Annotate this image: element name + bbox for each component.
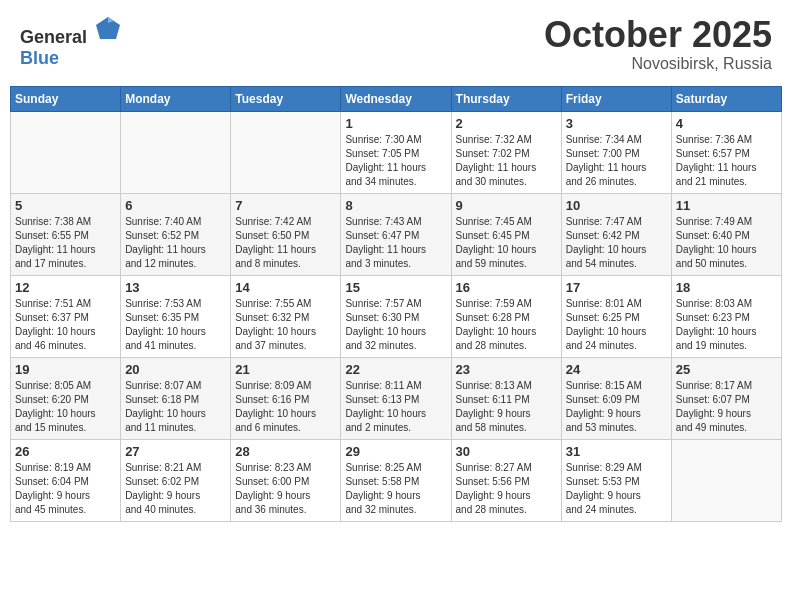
day-info: Sunrise: 7:53 AM Sunset: 6:35 PM Dayligh… [125,297,226,353]
calendar-cell: 20Sunrise: 8:07 AM Sunset: 6:18 PM Dayli… [121,357,231,439]
calendar-cell: 9Sunrise: 7:45 AM Sunset: 6:45 PM Daylig… [451,193,561,275]
weekday-header-thursday: Thursday [451,86,561,111]
calendar-cell: 30Sunrise: 8:27 AM Sunset: 5:56 PM Dayli… [451,439,561,521]
day-info: Sunrise: 7:32 AM Sunset: 7:02 PM Dayligh… [456,133,557,189]
calendar-cell: 28Sunrise: 8:23 AM Sunset: 6:00 PM Dayli… [231,439,341,521]
calendar-week-3: 12Sunrise: 7:51 AM Sunset: 6:37 PM Dayli… [11,275,782,357]
weekday-header-monday: Monday [121,86,231,111]
day-number: 24 [566,362,667,377]
calendar-cell: 17Sunrise: 8:01 AM Sunset: 6:25 PM Dayli… [561,275,671,357]
day-number: 9 [456,198,557,213]
calendar-cell: 23Sunrise: 8:13 AM Sunset: 6:11 PM Dayli… [451,357,561,439]
calendar-cell: 5Sunrise: 7:38 AM Sunset: 6:55 PM Daylig… [11,193,121,275]
day-info: Sunrise: 8:17 AM Sunset: 6:07 PM Dayligh… [676,379,777,435]
day-number: 23 [456,362,557,377]
calendar-cell: 27Sunrise: 8:21 AM Sunset: 6:02 PM Dayli… [121,439,231,521]
calendar-cell: 12Sunrise: 7:51 AM Sunset: 6:37 PM Dayli… [11,275,121,357]
calendar-cell: 3Sunrise: 7:34 AM Sunset: 7:00 PM Daylig… [561,111,671,193]
calendar-week-5: 26Sunrise: 8:19 AM Sunset: 6:04 PM Dayli… [11,439,782,521]
day-info: Sunrise: 7:55 AM Sunset: 6:32 PM Dayligh… [235,297,336,353]
day-info: Sunrise: 7:40 AM Sunset: 6:52 PM Dayligh… [125,215,226,271]
calendar-cell: 18Sunrise: 8:03 AM Sunset: 6:23 PM Dayli… [671,275,781,357]
page-header: General Blue October 2025 Novosibirsk, R… [10,10,782,78]
day-info: Sunrise: 8:03 AM Sunset: 6:23 PM Dayligh… [676,297,777,353]
calendar-cell [671,439,781,521]
calendar-cell: 6Sunrise: 7:40 AM Sunset: 6:52 PM Daylig… [121,193,231,275]
logo: General Blue [20,15,122,69]
calendar-cell: 16Sunrise: 7:59 AM Sunset: 6:28 PM Dayli… [451,275,561,357]
calendar-table: SundayMondayTuesdayWednesdayThursdayFrid… [10,86,782,522]
calendar-cell: 24Sunrise: 8:15 AM Sunset: 6:09 PM Dayli… [561,357,671,439]
day-number: 27 [125,444,226,459]
day-info: Sunrise: 7:51 AM Sunset: 6:37 PM Dayligh… [15,297,116,353]
day-number: 21 [235,362,336,377]
day-info: Sunrise: 8:13 AM Sunset: 6:11 PM Dayligh… [456,379,557,435]
day-info: Sunrise: 7:38 AM Sunset: 6:55 PM Dayligh… [15,215,116,271]
day-number: 6 [125,198,226,213]
calendar-cell: 13Sunrise: 7:53 AM Sunset: 6:35 PM Dayli… [121,275,231,357]
logo-general: General [20,27,87,47]
day-info: Sunrise: 8:21 AM Sunset: 6:02 PM Dayligh… [125,461,226,517]
calendar-cell: 19Sunrise: 8:05 AM Sunset: 6:20 PM Dayli… [11,357,121,439]
day-info: Sunrise: 8:15 AM Sunset: 6:09 PM Dayligh… [566,379,667,435]
day-number: 18 [676,280,777,295]
calendar-cell: 14Sunrise: 7:55 AM Sunset: 6:32 PM Dayli… [231,275,341,357]
day-info: Sunrise: 7:30 AM Sunset: 7:05 PM Dayligh… [345,133,446,189]
calendar-cell [11,111,121,193]
location-title: Novosibirsk, Russia [544,55,772,73]
weekday-header-row: SundayMondayTuesdayWednesdayThursdayFrid… [11,86,782,111]
day-number: 17 [566,280,667,295]
day-number: 22 [345,362,446,377]
day-number: 8 [345,198,446,213]
day-info: Sunrise: 7:47 AM Sunset: 6:42 PM Dayligh… [566,215,667,271]
calendar-cell: 31Sunrise: 8:29 AM Sunset: 5:53 PM Dayli… [561,439,671,521]
day-number: 2 [456,116,557,131]
month-title: October 2025 [544,15,772,55]
day-info: Sunrise: 8:09 AM Sunset: 6:16 PM Dayligh… [235,379,336,435]
day-info: Sunrise: 7:49 AM Sunset: 6:40 PM Dayligh… [676,215,777,271]
calendar-cell: 21Sunrise: 8:09 AM Sunset: 6:16 PM Dayli… [231,357,341,439]
weekday-header-friday: Friday [561,86,671,111]
day-info: Sunrise: 7:59 AM Sunset: 6:28 PM Dayligh… [456,297,557,353]
day-number: 29 [345,444,446,459]
day-info: Sunrise: 8:25 AM Sunset: 5:58 PM Dayligh… [345,461,446,517]
calendar-cell: 7Sunrise: 7:42 AM Sunset: 6:50 PM Daylig… [231,193,341,275]
day-number: 12 [15,280,116,295]
weekday-header-sunday: Sunday [11,86,121,111]
calendar-cell: 10Sunrise: 7:47 AM Sunset: 6:42 PM Dayli… [561,193,671,275]
day-info: Sunrise: 7:36 AM Sunset: 6:57 PM Dayligh… [676,133,777,189]
day-number: 28 [235,444,336,459]
day-info: Sunrise: 8:05 AM Sunset: 6:20 PM Dayligh… [15,379,116,435]
weekday-header-saturday: Saturday [671,86,781,111]
day-info: Sunrise: 7:34 AM Sunset: 7:00 PM Dayligh… [566,133,667,189]
logo-text: General Blue [20,15,122,69]
calendar-cell [121,111,231,193]
day-info: Sunrise: 7:57 AM Sunset: 6:30 PM Dayligh… [345,297,446,353]
logo-blue: Blue [20,48,59,68]
day-info: Sunrise: 7:43 AM Sunset: 6:47 PM Dayligh… [345,215,446,271]
day-info: Sunrise: 7:42 AM Sunset: 6:50 PM Dayligh… [235,215,336,271]
day-info: Sunrise: 7:45 AM Sunset: 6:45 PM Dayligh… [456,215,557,271]
calendar-cell: 15Sunrise: 7:57 AM Sunset: 6:30 PM Dayli… [341,275,451,357]
calendar-week-4: 19Sunrise: 8:05 AM Sunset: 6:20 PM Dayli… [11,357,782,439]
day-number: 4 [676,116,777,131]
calendar-cell [231,111,341,193]
calendar-cell: 26Sunrise: 8:19 AM Sunset: 6:04 PM Dayli… [11,439,121,521]
day-info: Sunrise: 8:29 AM Sunset: 5:53 PM Dayligh… [566,461,667,517]
day-number: 11 [676,198,777,213]
calendar-cell: 8Sunrise: 7:43 AM Sunset: 6:47 PM Daylig… [341,193,451,275]
day-number: 10 [566,198,667,213]
calendar-cell: 1Sunrise: 7:30 AM Sunset: 7:05 PM Daylig… [341,111,451,193]
day-number: 30 [456,444,557,459]
calendar-cell: 11Sunrise: 7:49 AM Sunset: 6:40 PM Dayli… [671,193,781,275]
day-number: 5 [15,198,116,213]
day-number: 15 [345,280,446,295]
day-number: 26 [15,444,116,459]
day-info: Sunrise: 8:11 AM Sunset: 6:13 PM Dayligh… [345,379,446,435]
logo-icon [94,15,122,43]
day-number: 14 [235,280,336,295]
day-number: 25 [676,362,777,377]
calendar-cell: 29Sunrise: 8:25 AM Sunset: 5:58 PM Dayli… [341,439,451,521]
day-number: 13 [125,280,226,295]
calendar-cell: 2Sunrise: 7:32 AM Sunset: 7:02 PM Daylig… [451,111,561,193]
